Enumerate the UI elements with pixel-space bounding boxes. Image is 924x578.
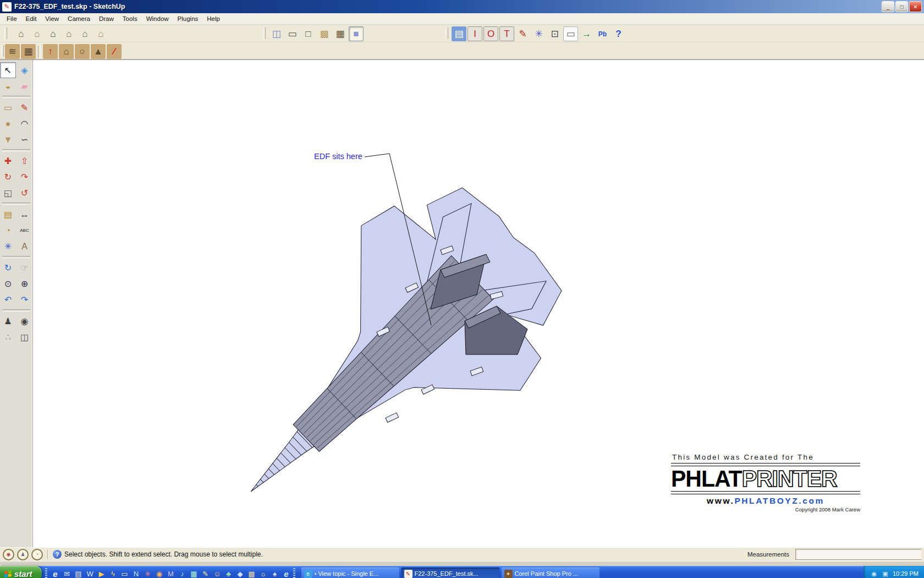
xray-mode-icon[interactable]: ◫ [269,26,284,41]
toolbar-gripper[interactable] [4,28,7,39]
from-scratch-icon[interactable]: ▦ [21,44,36,59]
line-tool[interactable]: ✎ [16,100,32,116]
menu-draw[interactable]: Draw [95,14,118,23]
toolbar-gripper[interactable] [446,28,448,39]
round-app-icon[interactable]: ◉ [155,569,164,578]
look-around-tool[interactable]: ◉ [16,313,32,329]
orbit-tool[interactable]: ↻ [0,260,16,276]
photo-o-icon[interactable]: O [483,26,498,41]
back-view-icon[interactable]: ⌂ [78,26,92,41]
task-sketchup[interactable]: ✎F22-375_EDF_test.sk... [402,568,499,578]
lightning-app-icon[interactable]: ϟ [108,569,118,578]
drape-icon[interactable]: ○ [75,44,90,59]
scale-tool[interactable]: ◱ [0,185,16,201]
monochrome-mode-icon[interactable]: ■ [349,26,364,41]
text-tool[interactable]: ABC [16,222,32,238]
pan-tool[interactable]: ☞ [16,260,32,276]
start-button[interactable]: start [0,566,42,578]
stamp-icon[interactable]: ⌂ [59,44,74,59]
polygon-tool[interactable]: ▼ [0,132,16,148]
move-tool[interactable]: ✚ [0,153,16,169]
shaded-textures-mode-icon[interactable]: ▦ [333,26,348,41]
balloon-status-icon[interactable]: ◉ [3,549,14,560]
position-camera-tool[interactable]: ♟ [0,313,16,329]
compass-status-icon[interactable]: ◔ [31,549,43,560]
select-tool[interactable]: ↖ [0,62,16,78]
pencil-app-icon[interactable]: ✎ [201,569,211,578]
zoom-window-tool[interactable]: ⊕ [16,276,32,292]
hidden-line-mode-icon[interactable]: □ [301,26,316,41]
quick-launch-gripper[interactable] [293,568,295,578]
paint-bucket-tool[interactable]: ◒ [0,78,16,94]
wireframe-mode-icon[interactable]: ▭ [285,26,300,41]
tray-info-icon[interactable]: ◉ [870,570,878,578]
cutter-tool-icon[interactable]: ✎ [515,26,530,41]
menu-edit[interactable]: Edit [21,14,41,23]
menu-help[interactable]: Help [202,14,224,23]
front-view-icon[interactable]: ⌂ [46,26,61,41]
menu-file[interactable]: File [2,14,21,23]
protractor-tool[interactable]: ◔ [0,222,16,238]
tape-measure-tool[interactable]: ▤ [0,206,16,222]
word-icon[interactable]: W [85,569,95,578]
window-resize-edge[interactable] [0,561,924,566]
smiley-app-icon[interactable]: ☺ [212,569,222,578]
task-view-topic[interactable]: e• View topic - Single E... [301,568,399,578]
pb-badge-icon[interactable]: Pb [595,26,610,41]
rectangle-tool[interactable]: ▭ [0,100,16,116]
toolbar-gripper[interactable] [263,28,266,39]
netscape-icon[interactable]: N [131,569,141,578]
from-contours-icon[interactable]: ≋ [5,44,20,59]
annotation-text[interactable]: EDF sits here [314,152,362,161]
photo-t-icon[interactable]: T [499,26,514,41]
smoove-icon[interactable]: ↑ [43,44,58,59]
figure-status-icon[interactable]: ♟ [17,549,29,560]
music-app-icon[interactable]: ♪ [178,569,188,578]
show-desktop-icon[interactable]: ▤ [74,569,84,578]
photo-i-icon[interactable]: I [468,26,482,41]
internet-explorer-icon[interactable]: e [51,569,61,578]
club-app-icon[interactable]: ♣ [224,569,234,578]
tray-network-icon[interactable]: ▣ [881,570,889,578]
freehand-tool[interactable]: ∽ [16,132,32,148]
drawing-canvas[interactable]: EDF sits here This Model was Created for… [33,60,924,547]
rotate-tool[interactable]: ↻ [0,169,16,185]
left-view-icon[interactable]: ⌂ [30,26,45,41]
menu-window[interactable]: Window [142,14,173,23]
starburst-tool-icon[interactable]: ✳ [531,26,546,41]
axes-tool[interactable]: ✳ [0,238,16,254]
shaded-mode-icon[interactable]: ▩ [317,26,332,41]
right-view-icon[interactable]: ⌂ [62,26,76,41]
crosshair-select-icon[interactable]: ⊡ [547,26,562,41]
3d-text-tool[interactable]: A [16,238,32,254]
menu-tools[interactable]: Tools [118,14,142,23]
zoom-tool[interactable]: ⊙ [0,276,16,292]
zoom-next-tool[interactable]: ↷ [16,292,32,308]
menu-plugins[interactable]: Plugins [173,14,203,23]
top-view-icon[interactable]: ⌂ [94,26,108,41]
follow-me-tool[interactable]: ↷ [16,169,32,185]
help-icon[interactable]: ? [53,550,62,559]
toolbar-help-icon[interactable]: ? [611,26,626,41]
close-button[interactable]: ✕ [909,1,922,12]
dialogs-panel-icon[interactable]: ▤ [452,26,466,41]
push-pull-tool[interactable]: ⇧ [16,153,32,169]
excel-icon[interactable]: ▦ [189,569,199,578]
grid-app-icon[interactable]: ▩ [247,569,257,578]
sun-app-icon[interactable]: ☼ [258,569,268,578]
quick-launch-gripper[interactable] [45,568,47,578]
media-player-icon[interactable]: ▶ [97,569,107,578]
menu-view[interactable]: View [41,14,63,23]
marquee-select-icon[interactable]: ▭ [563,26,578,41]
notepad-icon[interactable]: ▭ [120,569,130,578]
diamond-app-icon[interactable]: ◆ [235,569,245,578]
zoom-previous-tool[interactable]: ↶ [0,292,16,308]
eraser-tool[interactable]: ▰ [16,78,32,94]
make-component-tool[interactable]: ◈ [16,62,32,78]
menu-camera[interactable]: Camera [63,14,95,23]
export-arrow-icon[interactable]: → [579,26,594,41]
star-app-icon[interactable]: ✳ [143,569,153,578]
section-plane-tool[interactable]: ◫ [16,329,32,345]
walk-tool[interactable]: ∴ [0,329,16,345]
measurements-input[interactable] [795,549,921,560]
